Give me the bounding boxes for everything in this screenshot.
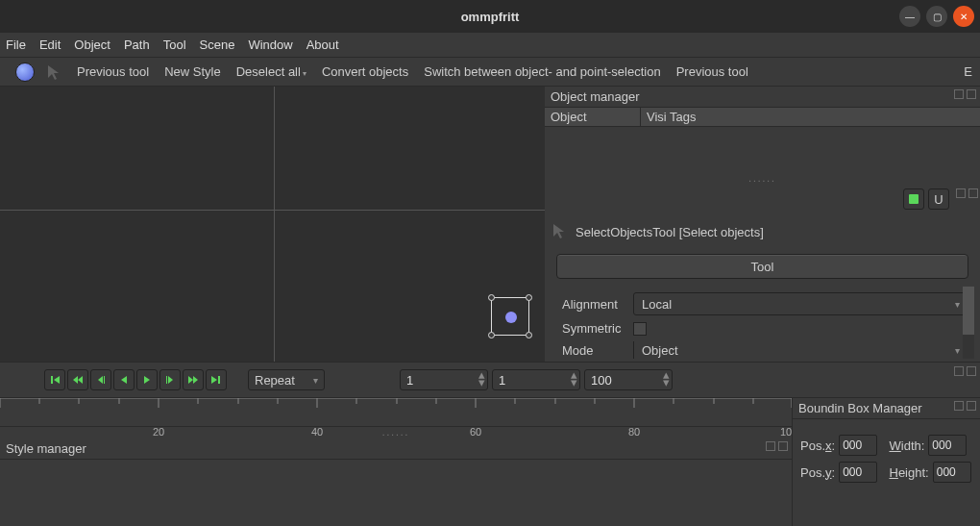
toolbar-overflow[interactable]: E — [964, 64, 976, 79]
jump-back-button[interactable] — [67, 369, 88, 390]
menu-edit[interactable]: Edit — [39, 38, 61, 52]
posx-label: Pos.x: — [800, 438, 835, 453]
close-panel-icon[interactable] — [967, 366, 976, 376]
bbm-header: Boundin Box Manager — [793, 398, 980, 419]
style-manager-body[interactable] — [0, 460, 792, 526]
convert-objects-button[interactable]: Convert objects — [318, 63, 412, 81]
object-manager-title: Object manager — [551, 89, 640, 104]
height-label: Height: — [890, 465, 929, 480]
posy-input[interactable] — [839, 462, 877, 483]
mode-value: Object — [642, 343, 678, 358]
bbm-title: Boundin Box Manager — [798, 401, 922, 415]
posy-label: Pos.y: — [800, 465, 835, 480]
undock-icon[interactable] — [956, 188, 966, 198]
close-button[interactable]: ✕ — [953, 6, 974, 27]
tool-tab-label: Tool — [751, 260, 774, 274]
width-label: Width: — [890, 438, 925, 453]
close-panel-icon[interactable] — [968, 188, 978, 198]
loop-mode-value: Repeat — [255, 373, 295, 388]
grid-line-horizontal — [0, 210, 545, 211]
splitter-handle[interactable]: ...... — [545, 171, 980, 186]
green-tag-button[interactable] — [903, 188, 924, 210]
handle-bl[interactable] — [488, 332, 495, 338]
undock-icon[interactable] — [954, 366, 964, 376]
menu-window[interactable]: Window — [248, 38, 292, 52]
titlebar: ommpfritt — ▢ ✕ — [0, 0, 980, 33]
cursor-icon — [551, 222, 568, 242]
ruler-tick-80: 80 — [628, 426, 640, 438]
u-button[interactable]: U — [928, 188, 949, 210]
menu-tool[interactable]: Tool — [163, 38, 186, 52]
grid-line-vertical — [274, 87, 275, 362]
properties-scrollbar[interactable] — [963, 287, 974, 359]
new-style-button[interactable]: New Style — [160, 63, 225, 81]
minimize-button[interactable]: — — [899, 6, 920, 27]
style-manager-header: Style manager — [0, 438, 792, 460]
ruler-tick-100: 10 — [780, 426, 792, 438]
col-visi-tags: Visi Tags — [641, 108, 980, 126]
close-panel-icon[interactable] — [778, 441, 788, 451]
switch-selection-button[interactable]: Switch between object- and point-selecti… — [420, 63, 664, 81]
orb-tool-icon[interactable] — [15, 63, 35, 82]
handle-tl[interactable] — [488, 294, 495, 301]
col-object: Object — [545, 108, 641, 126]
object-tree-body[interactable] — [545, 127, 980, 171]
undock-icon[interactable] — [954, 89, 964, 99]
close-panel-icon[interactable] — [967, 401, 976, 411]
mode-label: Mode — [562, 343, 627, 358]
symmetric-checkbox[interactable] — [633, 322, 647, 336]
handle-br[interactable] — [526, 332, 532, 338]
menubar: File Edit Object Path Tool Scene Window … — [0, 33, 980, 58]
symmetric-label: Symmetric — [562, 321, 627, 336]
end-frame-spin[interactable]: 100 ▴▾ — [584, 369, 673, 390]
go-end-button[interactable] — [206, 369, 227, 390]
timeline-toolbar: Repeat 1 ▴▾ 1 ▴▾ 100 ▴▾ — [0, 362, 980, 398]
play-back-button[interactable] — [113, 369, 135, 390]
alignment-value: Local — [642, 297, 672, 312]
start-frame-spin[interactable]: 1 ▴▾ — [400, 369, 488, 390]
alignment-combo[interactable]: Local — [633, 292, 968, 315]
jump-fwd-button[interactable] — [183, 369, 204, 390]
current-frame-spin[interactable]: 1 ▴▾ — [492, 369, 580, 390]
menu-file[interactable]: File — [6, 38, 26, 52]
ruler-tick-40: 40 — [311, 426, 323, 438]
handle-center[interactable] — [505, 312, 517, 323]
splitter-handle[interactable]: ...... — [0, 427, 792, 438]
step-back-button[interactable] — [90, 369, 111, 390]
play-button[interactable] — [136, 369, 158, 390]
close-panel-icon[interactable] — [967, 89, 976, 99]
previous-tool-button-2[interactable]: Previous tool — [673, 63, 752, 81]
object-manager-header: Object manager — [545, 87, 980, 108]
ruler-tick-60: 60 — [470, 426, 481, 438]
cursor-tool-icon[interactable] — [42, 63, 65, 82]
current-frame-value: 1 — [499, 373, 505, 388]
previous-tool-button[interactable]: Previous tool — [73, 63, 153, 81]
loop-mode-combo[interactable]: Repeat — [248, 369, 325, 390]
u-button-label: U — [934, 192, 943, 207]
width-input[interactable] — [928, 435, 967, 456]
posx-input[interactable] — [839, 435, 877, 456]
end-frame-value: 100 — [591, 373, 612, 388]
selection-box[interactable] — [491, 297, 529, 336]
menu-object[interactable]: Object — [74, 38, 110, 52]
window-title: ommpfritt — [461, 10, 520, 24]
step-fwd-button[interactable] — [159, 369, 181, 390]
style-manager-title: Style manager — [6, 441, 86, 456]
menu-about[interactable]: About — [306, 38, 339, 52]
mode-combo[interactable]: Object — [633, 341, 968, 359]
undock-icon[interactable] — [954, 401, 964, 411]
tool-tab-button[interactable]: Tool — [556, 254, 968, 279]
alignment-label: Alignment — [562, 297, 627, 312]
go-start-button[interactable] — [44, 369, 65, 390]
menu-path[interactable]: Path — [124, 38, 150, 52]
timeline-ruler[interactable]: 20 40 60 80 10 — [0, 398, 792, 427]
object-tree-header: Object Visi Tags — [545, 108, 980, 127]
ruler-tick-20: 20 — [153, 426, 164, 438]
viewport-canvas[interactable] — [0, 87, 545, 362]
handle-tr[interactable] — [526, 294, 532, 301]
height-input[interactable] — [933, 462, 971, 483]
undock-icon[interactable] — [766, 441, 775, 451]
maximize-button[interactable]: ▢ — [926, 6, 947, 27]
menu-scene[interactable]: Scene — [200, 38, 235, 52]
deselect-all-button[interactable]: Deselect all — [233, 63, 310, 81]
